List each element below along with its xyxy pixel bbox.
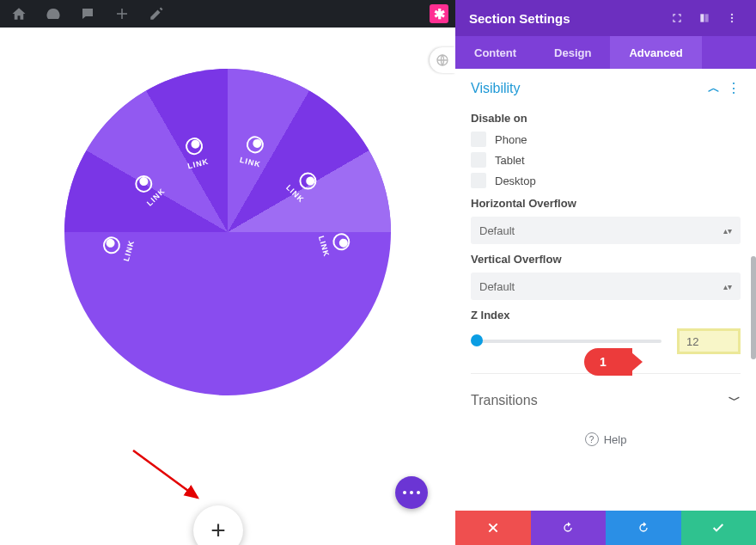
checkbox-phone-label: Phone: [495, 133, 527, 146]
svg-rect-3: [705, 14, 709, 21]
help-label: Help: [604, 433, 627, 446]
undo-button[interactable]: [531, 511, 607, 545]
svg-point-5: [731, 17, 733, 19]
select-value: Default: [479, 224, 515, 237]
tab-advanced[interactable]: Advanced: [610, 36, 701, 69]
pie-icon: [183, 136, 204, 156]
svg-line-1: [133, 450, 198, 498]
settings-panel: Section Settings Content Design Advanced…: [455, 0, 756, 545]
group-title: Visibility: [471, 81, 521, 96]
kebab-icon[interactable]: [722, 8, 742, 28]
expand-icon[interactable]: [667, 8, 687, 28]
annotation-callout-1: 1: [584, 348, 632, 376]
chevron-up-icon: ︿: [708, 81, 720, 96]
checkbox-desktop[interactable]: [471, 173, 486, 188]
panel-header: Section Settings: [455, 0, 756, 36]
scrollbar-thumb[interactable]: [751, 256, 756, 359]
h-overflow-label: Horizontal Overflow: [471, 197, 741, 210]
tab-content[interactable]: Content: [455, 36, 535, 69]
panel-footer: [455, 511, 756, 545]
badge-icon[interactable]: ✱: [430, 4, 448, 23]
pencil-icon[interactable]: [144, 2, 168, 26]
caret-icon: ▴▾: [723, 226, 732, 236]
v-overflow-label: Vertical Overflow: [471, 253, 741, 266]
comment-icon[interactable]: [76, 2, 100, 26]
help-link[interactable]: ? Help: [471, 415, 741, 463]
panel-body: Visibility ︿ ⋮ Disable on Phone Tablet D…: [455, 69, 756, 511]
slider-thumb[interactable]: [471, 334, 483, 346]
h-overflow-select[interactable]: Default▴▾: [471, 217, 741, 244]
add-section-button[interactable]: +: [193, 505, 243, 545]
settings-tabs: Content Design Advanced: [455, 36, 756, 69]
svg-point-6: [731, 21, 733, 22]
module-options-button[interactable]: [395, 476, 428, 509]
checkbox-phone[interactable]: [471, 132, 486, 147]
checkbox-desktop-label: Desktop: [495, 175, 536, 187]
pie-icon: [244, 134, 265, 155]
zindex-slider[interactable]: [471, 340, 662, 343]
plus-icon[interactable]: [110, 2, 134, 26]
snap-icon[interactable]: [694, 8, 715, 28]
group-title: Transitions: [471, 393, 538, 408]
save-button[interactable]: [681, 511, 757, 545]
annotation-arrow-icon: [129, 446, 215, 506]
chevron-down-icon: ﹀: [729, 393, 741, 408]
svg-rect-2: [700, 14, 704, 21]
home-icon[interactable]: [7, 2, 31, 26]
help-icon: ?: [585, 432, 599, 446]
cancel-button[interactable]: [455, 511, 531, 545]
checkbox-tablet-label: Tablet: [495, 154, 525, 167]
admin-topbar: ✱: [0, 0, 455, 28]
gauge-icon[interactable]: [41, 2, 65, 26]
pie-icon: [101, 235, 122, 256]
redo-button[interactable]: [606, 511, 681, 545]
zindex-label: Z Index: [471, 309, 741, 321]
checkbox-tablet[interactable]: [471, 152, 486, 168]
tab-design[interactable]: Design: [535, 36, 610, 69]
group-visibility-header[interactable]: Visibility ︿ ⋮: [471, 74, 741, 103]
v-overflow-select[interactable]: Default▴▾: [471, 272, 741, 300]
radial-menu[interactable]: LINK LINK LINK LINK LINK LINK: [64, 69, 391, 395]
select-value: Default: [479, 280, 515, 293]
panel-title: Section Settings: [469, 11, 570, 26]
group-transitions-header[interactable]: Transitions ﹀: [471, 386, 741, 415]
zindex-input[interactable]: 12: [677, 328, 741, 354]
svg-point-4: [731, 14, 733, 15]
editor-canvas-pane: ✱ LINK LINK LINK LINK LINK LINK +: [0, 0, 455, 545]
disable-on-label: Disable on: [471, 112, 741, 125]
caret-icon: ▴▾: [723, 282, 732, 291]
